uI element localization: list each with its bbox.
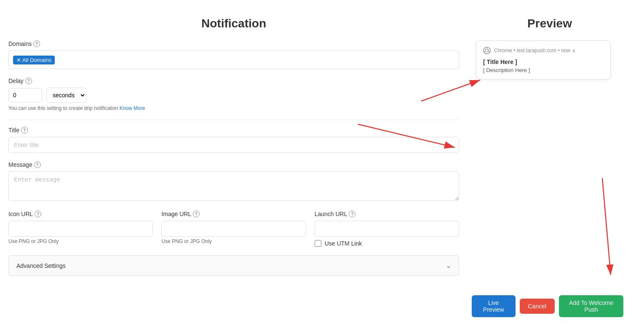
title-input[interactable]: [8, 137, 459, 153]
delay-label: Delay ?: [8, 77, 459, 84]
delay-unit-select[interactable]: seconds minutes hours days: [46, 88, 86, 103]
launch-url-help-icon: ?: [349, 211, 355, 217]
message-help-icon: ?: [34, 161, 41, 168]
title-label: Title ?: [8, 127, 459, 134]
footer-buttons: Live Preview Cancel Add To Welcome Push: [472, 295, 623, 317]
launch-url-section: Launch URL ? Use UTM Link: [315, 211, 459, 247]
preview-header: Chrome • test.larapush.com • now ∧: [483, 47, 604, 54]
message-section: Message ?: [8, 161, 459, 202]
domains-container[interactable]: ✕ All Domains: [8, 51, 459, 69]
icon-url-label: Icon URL ?: [8, 211, 153, 217]
svg-point-1: [486, 49, 489, 52]
tag-text: ✕ All Domains: [16, 57, 51, 63]
delay-help-icon: ?: [25, 77, 32, 84]
utm-link-label: Use UTM Link: [325, 240, 362, 247]
domains-label: Domains ?: [8, 40, 459, 47]
domains-help-icon: ?: [33, 40, 40, 47]
arrow-to-buttons: [543, 174, 628, 300]
preview-card: Chrome • test.larapush.com • now ∧ [ Tit…: [476, 40, 611, 80]
delay-input[interactable]: [8, 88, 42, 102]
launch-url-label: Launch URL ?: [315, 211, 459, 217]
title-section: Title ?: [8, 127, 459, 153]
icon-url-help-icon: ?: [35, 211, 41, 217]
preview-card-description: [ Description Here ]: [483, 67, 604, 73]
domains-section: Domains ? ✕ All Domains: [8, 40, 459, 69]
icon-url-section: Icon URL ? Use PNG or JPG Only: [8, 211, 153, 247]
message-input[interactable]: [8, 171, 459, 201]
message-label: Message ?: [8, 161, 459, 168]
utm-link-checkbox[interactable]: [315, 240, 321, 247]
utm-link-row: Use UTM Link: [315, 240, 459, 247]
svg-line-10: [602, 178, 611, 275]
right-panel: Preview Chrome • test.larapush.com • now: [472, 8, 632, 326]
image-url-hint: Use PNG or JPG Only: [161, 238, 306, 244]
preview-card-title: [ Title Here ]: [483, 59, 604, 65]
preview-browser-info: Chrome • test.larapush.com • now ∧: [494, 48, 576, 53]
delay-row: seconds minutes hours days: [8, 88, 459, 103]
advanced-settings-label: Advanced Settings: [16, 262, 66, 269]
delay-hint: You can use this setting to create drip …: [8, 105, 459, 111]
icon-url-hint: Use PNG or JPG Only: [8, 238, 153, 244]
image-url-section: Image URL ? Use PNG or JPG Only: [161, 211, 306, 247]
page-title: Notification: [8, 17, 459, 30]
advanced-settings-section: Advanced Settings ⌄: [8, 255, 459, 276]
advanced-settings-toggle[interactable]: Advanced Settings ⌄: [8, 255, 459, 276]
preview-title: Preview: [476, 17, 623, 30]
add-to-welcome-push-button[interactable]: Add To Welcome Push: [559, 295, 623, 317]
chevron-down-icon: ⌄: [446, 262, 451, 270]
image-url-input[interactable]: [161, 221, 306, 237]
url-section-row: Icon URL ? Use PNG or JPG Only Image URL…: [8, 211, 459, 247]
all-domains-tag[interactable]: ✕ All Domains: [13, 56, 55, 64]
chrome-icon: [483, 47, 491, 54]
icon-url-input[interactable]: [8, 221, 153, 237]
image-url-help-icon: ?: [193, 211, 200, 217]
know-more-link[interactable]: Know More: [120, 105, 145, 111]
divider-1: [8, 120, 459, 120]
live-preview-button[interactable]: Live Preview: [472, 295, 516, 317]
cancel-button[interactable]: Cancel: [520, 299, 555, 314]
image-url-label: Image URL ?: [161, 211, 306, 217]
title-help-icon: ?: [21, 127, 28, 134]
delay-section: Delay ? seconds minutes hours days You c…: [8, 77, 459, 111]
launch-url-input[interactable]: [315, 221, 459, 237]
